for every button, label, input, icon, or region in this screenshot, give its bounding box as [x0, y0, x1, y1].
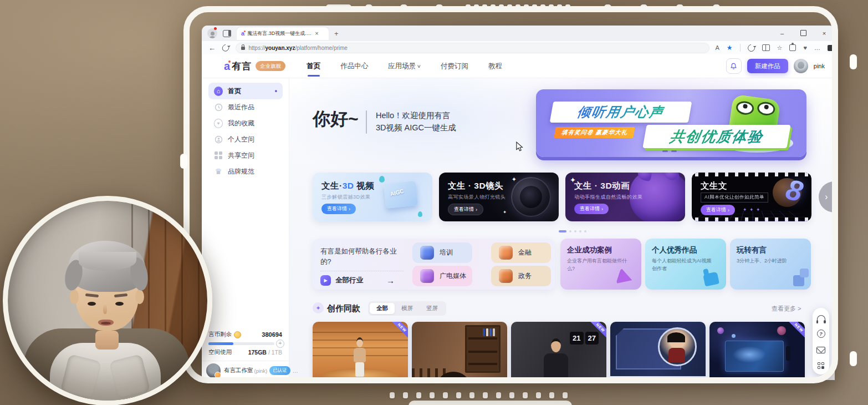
deco-dash [436, 4, 443, 11]
nav-works-center[interactable]: 作品中心 [340, 62, 368, 71]
more-menu-icon[interactable]: … [814, 44, 820, 51]
tab-all[interactable]: 全部 [370, 303, 395, 314]
work-thumbnail-clock-room[interactable]: 2127 NEW [511, 322, 606, 380]
tab-landscape[interactable]: 横屏 [395, 303, 420, 314]
site-logo[interactable]: a 有言 企业旗舰 [224, 60, 285, 73]
workspace-more-icon[interactable]: … [293, 368, 299, 374]
sidebar-item-home[interactable]: ⌂ 首页 • [208, 83, 283, 99]
customer-service-icon[interactable] [817, 315, 825, 321]
deco-bottom-bar [409, 401, 572, 405]
new-tab-button[interactable]: + [334, 29, 339, 38]
card-details-button[interactable]: 查看详情› [574, 204, 609, 214]
workspace-name: 有言工作室 [224, 367, 253, 374]
favorites-bar-icon[interactable]: ☆ [777, 44, 783, 52]
sidebar-item-brand-guidelines[interactable]: ♛ 品牌规范 [208, 163, 283, 180]
sidebar-item-recent-works[interactable]: 最近作品 [208, 99, 283, 115]
close-button[interactable]: × [814, 30, 835, 37]
active-dot: • [275, 87, 277, 95]
finance-icon [499, 246, 513, 260]
tab-close-icon[interactable]: × [315, 30, 318, 37]
play-icon: ▶ [320, 275, 331, 286]
profile-notification-dot [214, 27, 217, 30]
promo-card-personal-works[interactable]: 个人优秀作品 每个人都能轻松成为AI视频创作者 [645, 239, 726, 290]
split-screen-icon[interactable] [762, 44, 770, 51]
favorites-icon: ♥ [214, 119, 223, 128]
favorite-star-icon[interactable]: ★ [727, 44, 733, 52]
arrow-right-icon: → [386, 276, 395, 285]
extensions-icon[interactable] [789, 44, 796, 51]
sparkle-icon: ✦ [756, 207, 760, 212]
url-text: https://youyan.xyz/platform/home/prime [248, 45, 347, 51]
sparkle-icon: ✦ [743, 207, 747, 212]
sidebar-item-shared-space[interactable]: 共享空间 [208, 147, 283, 164]
carousel-pagination[interactable] [559, 230, 586, 232]
feature-card-3d-lens[interactable]: ✦ ✦ 文生 · 3D镜头 高写实场景人物灯光镜头 查看详情› [439, 173, 559, 221]
deco-dot-row [466, 4, 570, 11]
browser-tab[interactable]: a 魔法有言.3D视频一键生成.AIGC- × [237, 27, 329, 40]
essentials-icon[interactable]: ♥ [803, 44, 807, 51]
nav-home[interactable]: 首页 [307, 62, 320, 71]
back-button[interactable]: ← [208, 44, 216, 52]
card-details-button[interactable]: 查看详情› [321, 204, 356, 214]
thumb-up-icon [703, 272, 719, 287]
maximize-icon [800, 30, 806, 36]
tab-portrait[interactable]: 竖屏 [420, 303, 445, 314]
work-thumbnail-interior[interactable] [412, 322, 507, 380]
notifications-button[interactable] [726, 58, 742, 74]
broadcast-media-icon [420, 269, 434, 283]
sync-icon[interactable] [746, 43, 756, 53]
see-more-link[interactable]: 查看更多 > [772, 305, 801, 313]
main-nav: 首页 作品中心 应用场景∨ 付费订阅 教程 [307, 62, 502, 71]
all-industries-link[interactable]: ▶ 全部行业 → [320, 275, 395, 286]
presenter-figure [786, 346, 790, 361]
card-details-button[interactable]: 查看详情› [701, 205, 735, 215]
nav-scenarios[interactable]: 应用场景∨ [388, 62, 421, 71]
workspaces-icon[interactable] [223, 30, 231, 37]
sidebar-item-favorites[interactable]: ♥ 我的收藏 [208, 115, 283, 131]
username: pink [814, 63, 825, 69]
help-icon[interactable]: ? [817, 330, 825, 338]
books [483, 328, 495, 336]
work-thumbnail-store[interactable]: NEW [313, 322, 408, 380]
sidebar-panel-icon[interactable] [828, 45, 835, 51]
droplet-icon [379, 176, 385, 183]
promo-card-enterprise-cases[interactable]: 企业成功案例 企业客户用有言都能做些什么? [560, 239, 641, 290]
promo-card-getting-started[interactable]: 玩转有言 3分钟上手、2小时进阶 [730, 239, 811, 290]
card-subtitle: 动动手指生成自然流畅的效果 [574, 194, 643, 201]
workspace-row[interactable]: 有言工作室 (pink) 已认证 … [202, 361, 289, 380]
industry-pill-government[interactable]: 政务 [491, 266, 551, 286]
qr-code-icon[interactable] [818, 362, 824, 369]
nav-tutorials[interactable]: 教程 [488, 62, 502, 71]
read-aloud-icon[interactable]: A [715, 44, 719, 51]
works-title: 创作同款 [327, 303, 360, 314]
industry-pill-training[interactable]: 培训 [412, 242, 472, 263]
user-avatar[interactable] [794, 59, 808, 73]
feature-card-3d-animation[interactable]: ✦ 文生 · 3D动画 动动手指生成自然流畅的效果 查看详情› [565, 173, 685, 221]
work-thumbnail-space[interactable]: NEW [709, 322, 805, 380]
logo-glyph: a [224, 60, 230, 72]
promo-subtitle: 企业客户用有言都能做些什么? [567, 257, 628, 272]
work-thumbnail-optical-zoom[interactable]: 10倍光学变焦 [610, 322, 706, 380]
address-bar[interactable]: https://youyan.xyz/platform/home/prime [236, 43, 709, 53]
feedback-mail-icon[interactable] [816, 347, 825, 353]
promo-banner[interactable]: 倾听用户心声 填有奖问卷 赢豪华大礼 共创优质体验 [536, 89, 806, 157]
sidebar-item-personal-space[interactable]: 个人空间 [208, 131, 283, 148]
feature-card-3d-video[interactable]: 文生·3D 视频 三步解锁震撼3D效果 查看详情› AIGC [313, 173, 432, 221]
card-details-button[interactable]: 查看详情› [448, 204, 483, 215]
industry-pill-broadcast-media[interactable]: 广电媒体 [412, 266, 472, 286]
industry-pill-finance[interactable]: 金融 [491, 242, 551, 263]
refresh-button[interactable] [221, 43, 231, 53]
storage-row: 空间使用 175GB / 1TB [202, 345, 289, 361]
new-work-button[interactable]: 新建作品 [747, 59, 788, 73]
presenter-figure [353, 337, 367, 376]
feature-card-text-to-text[interactable]: 8 文生文 AI脚本优化让创作如此简单 查看详情› ✦ ✦ ✦ [692, 173, 811, 221]
maximize-button[interactable] [793, 30, 814, 37]
nav-subscription[interactable]: 付费订阅 [441, 62, 468, 71]
minimize-button[interactable]: – [772, 30, 793, 37]
deco-dash [400, 4, 407, 11]
carousel-next-button[interactable]: › [819, 181, 834, 212]
banner-headline-1: 倾听用户心声 [550, 102, 692, 123]
avatar-vignette [8, 201, 207, 401]
deco-dash [604, 4, 611, 11]
add-storage-button[interactable]: + [276, 340, 284, 348]
